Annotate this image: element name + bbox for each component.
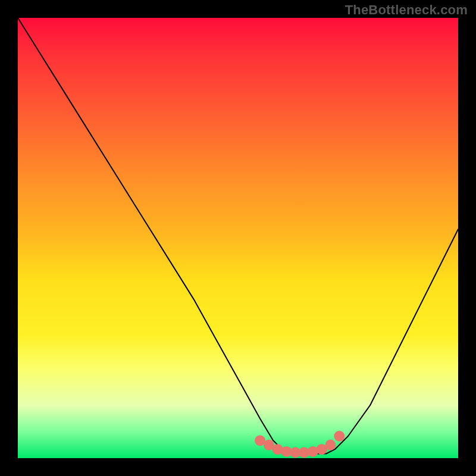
chart-frame: TheBottleneck.com	[0, 0, 476, 476]
bottleneck-curve-path	[18, 18, 458, 454]
optimal-dot	[334, 431, 345, 441]
optimal-dot	[325, 440, 336, 450]
plot-area	[18, 18, 458, 458]
curve-svg	[18, 18, 458, 458]
watermark-text: TheBottleneck.com	[345, 2, 468, 18]
optimal-zone-dots	[255, 431, 345, 458]
